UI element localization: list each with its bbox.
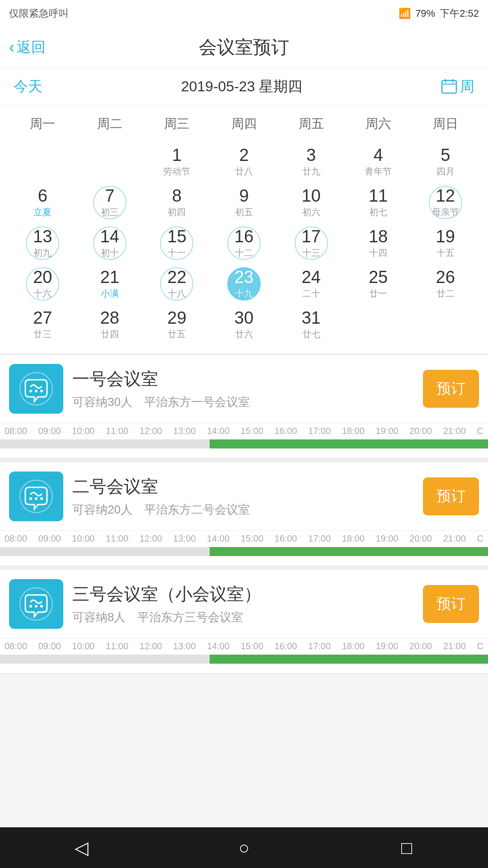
time-label: 14:00 [207,533,230,544]
timeline-bar [0,655,488,664]
time-label: 10:00 [72,641,94,651]
calendar-day-cell[interactable]: 24二十 [277,264,345,304]
svg-rect-0 [442,80,456,93]
calendar-day-cell[interactable]: 30廿六 [211,304,278,345]
calendar-day-cell[interactable]: 19十五 [412,223,479,264]
calendar-day-cell[interactable]: 17十三 [277,223,345,264]
time-label: 20:00 [409,533,432,544]
time-label: 16:00 [274,533,297,544]
calendar-day-cell[interactable]: 6立夏 [9,182,76,223]
navigation-bar: ◁ ○ □ [0,827,488,868]
calendar-day-cell[interactable]: 28廿四 [76,304,144,345]
time-label: 15:00 [241,533,263,544]
calendar-day-cell[interactable]: 1劳动节 [143,142,211,182]
time-label: 11:00 [106,533,128,544]
weekday-label: 周一 [9,111,76,137]
room-item: 三号会议室（小会议室）可容纳8人 平治东方三号会议室预订08:0009:0010… [0,570,488,674]
time-label: 21:00 [443,533,466,544]
today-button[interactable]: 今天 [14,77,42,97]
calendar-day-cell[interactable]: 15十一 [143,223,211,264]
time-label: 12:00 [140,641,162,651]
book-button[interactable]: 预订 [423,370,479,408]
time-label: 08:00 [5,533,27,544]
room-info-row: 一号会议室可容纳30人 平治东方一号会议室预订 [0,355,488,423]
calendar-day-cell[interactable]: 14初十 [76,223,144,264]
status-left-text: 仅限紧急呼叫 [9,7,69,20]
calendar-day-cell[interactable]: 2廿八 [211,142,278,182]
time-label: 18:00 [342,641,365,651]
calendar-day-cell[interactable]: 26廿二 [412,264,479,304]
time-label: 19:00 [375,533,398,544]
calendar-day-cell[interactable]: 23十九 [211,264,278,304]
calendar-grid[interactable]: 1劳动节2廿八3廿九4青年节5四月6立夏7初三8初四9初五10初六11初七12母… [9,142,479,345]
weekday-label: 周五 [277,111,345,137]
room-timeline: 08:0009:0010:0011:0012:0013:0014:0015:00… [0,530,488,566]
calendar-day-cell[interactable]: 18十四 [345,223,412,264]
calendar-day-cell [76,142,144,182]
time-label: 14:00 [207,426,230,436]
current-date-label: 2019-05-23 星期四 [181,77,303,97]
book-button[interactable]: 预订 [423,477,479,515]
calendar-day-cell[interactable]: 3廿九 [277,142,345,182]
calendar-day-cell[interactable]: 29廿五 [143,304,211,345]
calendar-day-cell[interactable]: 5四月 [412,142,479,182]
calendar-day-cell[interactable]: 27廿三 [9,304,76,345]
time-label: 17:00 [308,426,331,436]
header: ‹ 返回 会议室预订 [0,27,488,68]
calendar-day-cell[interactable]: 10初六 [277,182,345,223]
time-label: 12:00 [140,426,162,436]
calendar-day-cell[interactable]: 20十六 [9,264,76,304]
svg-point-11 [40,497,43,500]
timeline-booked-bar [210,439,488,448]
calendar-day-cell[interactable]: 13初九 [9,223,76,264]
room-item: 二号会议室可容纳20人 平治东方二号会议室预订08:0009:0010:0011… [0,462,488,566]
calendar-day-cell[interactable]: 22十八 [143,264,211,304]
week-view-button[interactable]: 周 [441,77,474,97]
time-label: 08:00 [5,641,27,651]
weekday-label: 周四 [211,111,278,137]
svg-point-5 [35,390,38,392]
nav-recent-button[interactable]: □ [389,830,425,866]
calendar-day-cell[interactable]: 7初三 [76,182,144,223]
timeline-bar [0,439,488,448]
room-details: 一号会议室可容纳30人 平治东方一号会议室 [72,368,423,410]
book-button[interactable]: 预订 [423,585,479,623]
nav-back-icon: ◁ [75,837,89,858]
date-navigation: 今天 2019-05-23 星期四 周 [0,68,488,106]
calendar-day-cell[interactable]: 21小满 [76,264,144,304]
svg-point-10 [29,497,32,500]
room-timeline: 08:0009:0010:0011:0012:0013:0014:0015:00… [0,423,488,459]
svg-point-14 [29,605,32,608]
calendar-day-cell[interactable]: 16十二 [211,223,278,264]
calendar-day-cell [345,304,412,345]
time-label: 10:00 [72,533,94,544]
room-name-label: 一号会议室 [72,368,423,391]
week-label: 周 [460,77,474,97]
back-button[interactable]: ‹ 返回 [9,38,46,57]
back-arrow-icon: ‹ [9,38,14,57]
time-label: 19:00 [375,426,398,436]
time-label: 08:00 [5,426,27,436]
time-text: 下午2:52 [440,7,479,20]
calendar-day-cell[interactable]: 4青年节 [345,142,412,182]
room-info-row: 二号会议室可容纳20人 平治东方二号会议室预订 [0,462,488,530]
weekday-label: 周六 [345,111,412,137]
nav-home-button[interactable]: ○ [226,830,262,866]
time-label: 17:00 [308,641,331,651]
timeline-bar [0,547,488,556]
page-title: 会议室预订 [199,35,289,60]
calendar-day-cell[interactable]: 8初四 [143,182,211,223]
svg-point-15 [40,605,43,608]
nav-back-button[interactable]: ◁ [63,830,99,866]
calendar-day-cell[interactable]: 31廿七 [277,304,345,345]
calendar-day-cell[interactable]: 9初五 [211,182,278,223]
time-label: 13:00 [173,426,196,436]
calendar-day-cell[interactable]: 25廿一 [345,264,412,304]
time-label: 13:00 [173,533,196,544]
calendar-day-cell[interactable]: 12母亲节 [412,182,479,223]
battery-text: 79% [415,8,435,19]
time-label: 18:00 [342,533,365,544]
svg-point-7 [40,390,43,392]
calendar-day-cell[interactable]: 11初七 [345,182,412,223]
weekday-label: 周日 [412,111,479,137]
